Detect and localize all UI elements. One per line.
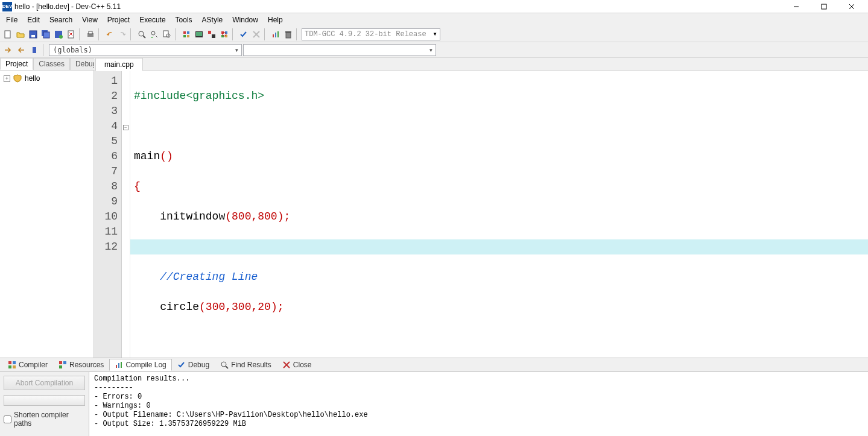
new-file-button[interactable] [2, 28, 14, 40]
editor-panel: main.cpp 1 2 3 4 5 6 7 8 9 10 11 12 − [94, 58, 868, 358]
print-button[interactable] [84, 28, 97, 40]
undo-icon [106, 30, 114, 39]
svg-point-52 [221, 362, 226, 367]
log-icon [115, 361, 123, 369]
goto-back-button[interactable] [15, 44, 27, 56]
trash-icon [284, 30, 293, 39]
compile-button[interactable] [180, 28, 192, 40]
close-file-icon [67, 30, 75, 39]
tab-label: Compile Log [125, 361, 166, 369]
compile-output[interactable]: Compilation results... --------- - Error… [89, 372, 868, 436]
abort-compilation-button[interactable]: Abort Compilation [4, 376, 85, 390]
editor-tab-main[interactable]: main.cpp [95, 58, 143, 71]
tab-resources[interactable]: Resources [53, 359, 109, 371]
save-as-icon [54, 30, 63, 39]
toolbar-main: TDM-GCC 4.9.2 32-bit Release [0, 27, 868, 42]
secondary-gray-button[interactable] [4, 395, 85, 406]
bookmark-button[interactable] [28, 44, 40, 56]
svg-rect-44 [8, 365, 11, 368]
svg-rect-28 [212, 34, 215, 38]
editor-body[interactable]: 1 2 3 4 5 6 7 8 9 10 11 12 − #include<gr… [94, 71, 868, 358]
toolbar-secondary: (globals) [0, 42, 868, 58]
tab-classes[interactable]: Classes [33, 58, 70, 70]
svg-rect-47 [63, 361, 66, 364]
code-token: 20 [258, 301, 271, 313]
close-file-button[interactable] [65, 28, 77, 40]
code-token: <graphics.h> [186, 90, 264, 102]
menu-execute[interactable]: Execute [135, 14, 170, 25]
bottom-left-controls: Abort Compilation Shorten compiler paths [0, 372, 89, 436]
expand-icon[interactable]: + [4, 75, 10, 82]
close-button[interactable] [838, 0, 866, 13]
save-all-icon [42, 30, 50, 39]
save-button[interactable] [27, 28, 39, 40]
globals-select[interactable]: (globals) [49, 44, 242, 56]
code-area[interactable]: #include<graphics.h> main() { initwindow… [130, 71, 868, 358]
save-all-button[interactable] [40, 28, 52, 40]
svg-rect-26 [196, 32, 202, 36]
fold-toggle-icon[interactable]: − [123, 125, 128, 130]
code-token: 300 [232, 301, 251, 313]
code-token: ); [277, 210, 291, 223]
code-token: ( [225, 210, 232, 223]
tab-label: Close [293, 361, 312, 369]
redo-button[interactable] [116, 28, 128, 40]
line-number: 10 [94, 209, 118, 224]
goto-button[interactable] [2, 44, 14, 56]
menu-window[interactable]: Window [227, 14, 263, 25]
folder-open-icon [16, 30, 25, 39]
tab-close-bottom[interactable]: Close [277, 359, 317, 371]
trash-button[interactable] [282, 28, 294, 40]
debug-button[interactable] [238, 28, 250, 40]
line-number: 4 [94, 119, 118, 134]
find-in-files-button[interactable] [161, 28, 173, 40]
svg-rect-40 [285, 31, 291, 33]
maximize-button[interactable] [810, 0, 838, 13]
abort-label: Abort Compilation [16, 379, 73, 387]
svg-rect-39 [286, 33, 291, 38]
replace-icon [150, 30, 159, 39]
printer-icon [86, 30, 95, 39]
menu-view[interactable]: View [77, 14, 103, 25]
minimize-icon [793, 4, 799, 10]
shorten-paths-row[interactable]: Shorten compiler paths [4, 411, 85, 428]
svg-line-53 [226, 366, 228, 368]
menu-tools[interactable]: Tools [171, 14, 197, 25]
shorten-paths-checkbox[interactable] [4, 415, 11, 423]
stop-debug-button[interactable] [250, 28, 262, 40]
minimize-button[interactable] [782, 0, 810, 13]
open-button[interactable] [14, 28, 27, 40]
tab-compiler[interactable]: Compiler [2, 359, 53, 371]
globals-value: (globals) [53, 46, 92, 54]
rebuild-button[interactable] [218, 28, 230, 40]
profile-button[interactable] [270, 28, 282, 40]
replace-button[interactable] [148, 28, 160, 40]
line-number: 1 [94, 74, 118, 89]
tab-project[interactable]: Project [0, 58, 33, 70]
compile-run-button[interactable] [206, 28, 218, 40]
find-button[interactable] [136, 28, 148, 40]
run-button[interactable] [193, 28, 205, 40]
menu-file[interactable]: File [1, 14, 22, 25]
menu-search[interactable]: Search [45, 14, 77, 25]
code-token: 800 [258, 210, 277, 223]
svg-point-10 [59, 35, 63, 39]
undo-button[interactable] [104, 28, 116, 40]
svg-rect-42 [8, 361, 11, 364]
tab-compile-log[interactable]: Compile Log [109, 359, 171, 371]
project-root-item[interactable]: + hello [4, 73, 90, 84]
tab-debug-bottom[interactable]: Debug [172, 359, 215, 371]
svg-rect-24 [187, 35, 189, 37]
project-tree: + hello [0, 70, 93, 358]
save-as-button[interactable] [52, 28, 65, 40]
menu-edit[interactable]: Edit [22, 14, 45, 25]
menu-astyle[interactable]: AStyle [197, 14, 228, 25]
menu-help[interactable]: Help [263, 14, 288, 25]
compiler-select[interactable]: TDM-GCC 4.9.2 32-bit Release [302, 28, 440, 40]
members-select[interactable] [243, 44, 436, 56]
svg-point-18 [151, 31, 155, 35]
menu-project[interactable]: Project [103, 14, 135, 25]
tab-label: Find Results [231, 361, 271, 369]
compile-run-icon [207, 30, 216, 39]
tab-find-results[interactable]: Find Results [215, 359, 277, 371]
